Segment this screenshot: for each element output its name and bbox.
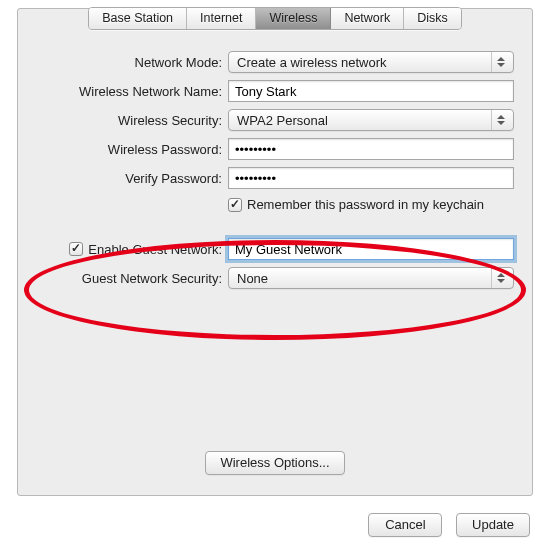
updown-arrows-icon xyxy=(491,52,509,72)
network-mode-select[interactable]: Create a wireless network xyxy=(228,51,514,73)
updown-arrows-icon xyxy=(491,268,509,288)
updown-arrows-icon xyxy=(491,110,509,130)
network-name-input[interactable] xyxy=(228,80,514,102)
guest-security-label: Guest Network Security: xyxy=(36,271,228,286)
tab-wireless[interactable]: Wireless xyxy=(256,8,331,29)
remember-password-label: Remember this password in my keychain xyxy=(247,197,484,212)
wireless-security-value: WPA2 Personal xyxy=(237,113,328,128)
tab-network[interactable]: Network xyxy=(331,8,404,29)
guest-security-value: None xyxy=(237,271,268,286)
tab-disks[interactable]: Disks xyxy=(404,8,461,29)
remember-password-checkbox[interactable]: Remember this password in my keychain xyxy=(228,197,484,212)
wireless-security-label: Wireless Security: xyxy=(36,113,228,128)
wireless-security-select[interactable]: WPA2 Personal xyxy=(228,109,514,131)
dialog-footer: Cancel Update xyxy=(358,513,530,537)
update-button[interactable]: Update xyxy=(456,513,530,537)
checkbox-icon xyxy=(69,242,83,256)
wireless-password-label: Wireless Password: xyxy=(36,142,228,157)
verify-password-label: Verify Password: xyxy=(36,171,228,186)
network-mode-label: Network Mode: xyxy=(36,55,228,70)
cancel-button[interactable]: Cancel xyxy=(368,513,442,537)
enable-guest-checkbox[interactable] xyxy=(69,242,88,256)
wireless-form: Network Mode: Create a wireless network … xyxy=(36,51,514,296)
enable-guest-label: Enable Guest Network: xyxy=(88,242,222,257)
tab-bar: Base Station Internet Wireless Network D… xyxy=(18,7,532,30)
tab-base-station[interactable]: Base Station xyxy=(89,8,187,29)
network-mode-value: Create a wireless network xyxy=(237,55,387,70)
tab-internet[interactable]: Internet xyxy=(187,8,256,29)
verify-password-input[interactable] xyxy=(228,167,514,189)
settings-panel: Base Station Internet Wireless Network D… xyxy=(17,8,533,496)
guest-security-select[interactable]: None xyxy=(228,267,514,289)
guest-network-name-input[interactable] xyxy=(228,238,514,260)
wireless-password-input[interactable] xyxy=(228,138,514,160)
network-name-label: Wireless Network Name: xyxy=(36,84,228,99)
wireless-options-button[interactable]: Wireless Options... xyxy=(205,451,344,475)
checkbox-icon xyxy=(228,198,242,212)
